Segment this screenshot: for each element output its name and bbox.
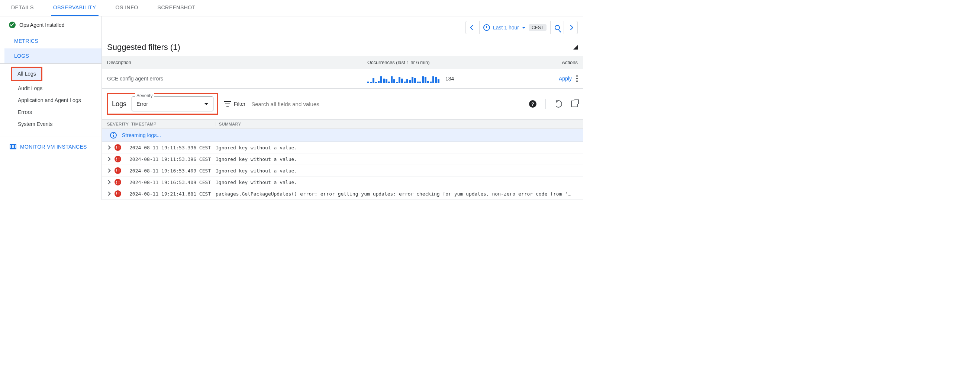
timerange-label: Last 1 hour [493,25,519,30]
help-button[interactable]: ? [529,100,536,108]
log-search-input[interactable] [251,101,523,107]
clock-icon [483,24,490,31]
info-icon [110,132,117,139]
severity-badge: !! [115,144,121,151]
suggested-filters-header: Suggested filters (1) [102,39,583,56]
log-message: packages.GetPackageUpdates() error: erro… [216,191,578,197]
timerange-picker: Last 1 hour CEST [466,21,578,34]
filter-description: GCE config agent errors [107,75,368,82]
more-menu-button[interactable] [576,75,578,82]
severity-badge: !! [115,167,121,174]
dropdown-icon [204,103,208,105]
timerange-main[interactable]: Last 1 hour CEST [479,21,550,34]
sparkline-chart [368,74,439,83]
severity-badge: !! [115,179,121,186]
severity-badge: !! [115,190,121,197]
log-timestamp: 2024-08-11 19:11:53.396 CEST [129,145,216,150]
apply-filter-button[interactable]: Apply [559,75,572,82]
open-external-button[interactable] [571,101,578,107]
search-icon [555,25,560,30]
severity-field-label: Severity [135,93,154,98]
log-row[interactable]: !!2024-08-11 19:11:53.396 CESTIgnored ke… [102,142,583,154]
divider [546,99,546,109]
log-timestamp: 2024-08-11 19:11:53.396 CEST [129,157,216,162]
log-message: Ignored key without a value. [216,179,578,185]
log-message: Ignored key without a value. [216,168,578,174]
streaming-text: Streaming logs... [122,132,161,138]
expand-icon[interactable] [106,157,110,161]
log-row[interactable]: !!2024-08-11 19:11:53.396 CESTIgnored ke… [102,154,583,165]
filter-label: Filter [224,101,245,107]
log-timestamp: 2024-08-11 19:16:53.409 CEST [129,179,216,185]
subnav-all-logs[interactable]: All Logs [12,68,41,80]
tab-screenshot[interactable]: SCREENSHOT [155,0,198,16]
timerange-bar: Last 1 hour CEST [102,16,583,39]
subnav-system-events[interactable]: System Events [0,118,102,130]
header-timestamp: TIMESTAMP [128,122,216,126]
monitor-icon [10,144,16,149]
occurrence-count: 134 [445,75,454,82]
expand-icon[interactable] [106,145,110,149]
log-message: Ignored key without a value. [216,145,578,150]
log-row[interactable]: !!2024-08-11 19:16:53.409 CESTIgnored ke… [102,165,583,176]
refresh-button[interactable] [555,100,562,108]
subnav-errors[interactable]: Errors [0,106,102,118]
highlight-logs-severity: Logs Severity Error [107,93,218,115]
filter-row: GCE config agent errors 134 Apply [102,69,583,89]
log-rows-container: !!2024-08-11 19:11:53.396 CESTIgnored ke… [102,142,583,200]
filter-icon [224,101,231,107]
severity-select[interactable]: Severity Error [132,96,213,111]
chevron-left-icon [470,25,475,30]
monitor-link-label: MONITOR VM INSTANCES [20,144,87,150]
streaming-banner: Streaming logs... [102,129,583,142]
logs-label: Logs [112,100,126,108]
log-row[interactable]: !!2024-08-11 19:16:53.409 CESTIgnored ke… [102,176,583,188]
timerange-next[interactable] [564,21,578,34]
severity-badge: !! [115,156,121,162]
col-occurrences: Occurrences (last 1 hr 6 min) [368,59,552,65]
subnav-app-agent-logs[interactable]: Application and Agent Logs [0,94,102,106]
sidebar: Ops Agent Installed METRICS LOGS All Log… [0,16,102,200]
tab-observability[interactable]: OBSERVABILITY [51,0,99,16]
chevron-right-icon [568,25,573,30]
nav-metrics[interactable]: METRICS [5,34,102,48]
severity-value: Error [137,101,148,107]
logs-toolbar: Logs Severity Error Filter ? [102,89,583,119]
timerange-prev[interactable] [466,21,479,34]
timezone-badge: CEST [529,24,547,31]
filter-table-header: Description Occurrences (last 1 hr 6 min… [102,56,583,69]
check-icon [9,22,16,28]
tab-details[interactable]: DETAILS [9,0,36,16]
highlight-all-logs: All Logs [11,67,42,81]
subnav-audit-logs[interactable]: Audit Logs [0,82,102,94]
filter-text: Filter [234,101,245,107]
log-row[interactable]: !!2024-08-11 19:21:41.681 CESTpackages.G… [102,188,583,200]
timerange-search[interactable] [550,21,564,34]
nav-logs[interactable]: LOGS [5,48,102,63]
expand-icon[interactable] [106,192,110,195]
log-timestamp: 2024-08-11 19:16:53.409 CEST [129,168,216,174]
top-tabs: DETAILS OBSERVABILITY OS INFO SCREENSHOT [0,0,583,16]
dropdown-icon [522,27,526,29]
collapse-icon[interactable] [573,45,578,50]
expand-icon[interactable] [106,168,110,173]
log-table-header: SEVERITY TIMESTAMP SUMMARY [102,119,583,129]
log-timestamp: 2024-08-11 19:21:41.681 CEST [129,191,216,197]
ops-agent-status: Ops Agent Installed [0,16,102,34]
ops-status-label: Ops Agent Installed [19,22,64,28]
col-actions: Actions [552,59,578,65]
tab-osinfo[interactable]: OS INFO [113,0,140,16]
suggested-filters-title: Suggested filters (1) [107,42,180,52]
log-message: Ignored key without a value. [216,157,578,162]
expand-icon[interactable] [106,180,110,184]
monitor-vm-link[interactable]: MONITOR VM INSTANCES [0,136,102,157]
header-summary: SUMMARY [216,122,578,126]
content: Last 1 hour CEST Suggested filters (1) D… [102,16,583,200]
col-description: Description [107,59,368,65]
header-severity: SEVERITY [107,122,128,126]
